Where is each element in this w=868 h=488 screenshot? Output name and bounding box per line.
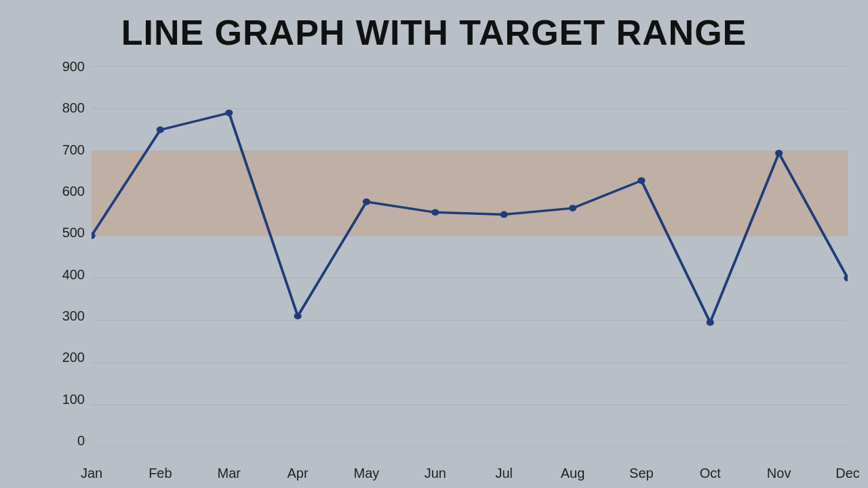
svg-point-17 <box>500 211 508 218</box>
x-axis-label: Dec <box>821 466 868 481</box>
svg-rect-10 <box>92 151 848 236</box>
y-axis-label: 900 <box>62 60 85 73</box>
svg-point-15 <box>363 199 370 205</box>
svg-point-21 <box>775 150 783 157</box>
y-axis-label: 200 <box>62 350 85 364</box>
y-axis-label: 700 <box>62 143 85 157</box>
chart-title: LINE GRAPH WITH TARGET RANGE <box>0 0 868 60</box>
x-axis-label: Aug <box>546 466 600 481</box>
x-axis-label: Nov <box>752 466 806 481</box>
x-axis-label: Mar <box>202 466 256 481</box>
x-axis-label: Jan <box>64 466 119 481</box>
chart-svg <box>92 60 848 447</box>
y-axis-label: 800 <box>62 101 85 115</box>
chart-container: LINE GRAPH WITH TARGET RANGE 90080070060… <box>0 0 868 488</box>
y-axis-label: 600 <box>62 184 85 198</box>
svg-point-16 <box>431 209 439 216</box>
y-axis-label: 0 <box>77 434 85 447</box>
x-axis-label: May <box>339 466 393 481</box>
x-axis-label: Apr <box>271 466 325 481</box>
chart-area: 9008007006005004003002001000 JanFebMarAp… <box>0 60 868 488</box>
x-axis-label: Jun <box>408 466 462 481</box>
y-axis-label: 500 <box>62 226 85 239</box>
svg-point-22 <box>844 274 848 281</box>
svg-point-14 <box>294 312 302 319</box>
x-axis-label: Feb <box>133 466 187 481</box>
y-axis: 9008007006005004003002001000 <box>54 60 92 447</box>
x-axis-label: Sep <box>614 466 669 481</box>
x-axis-label: Oct <box>683 466 737 481</box>
y-axis-label: 300 <box>62 309 85 323</box>
plot-area: JanFebMarAprMayJunJulAugSepOctNovDec <box>92 60 848 447</box>
y-axis-label: 400 <box>62 268 85 281</box>
svg-point-20 <box>707 319 714 326</box>
svg-point-12 <box>157 127 164 134</box>
svg-point-18 <box>569 205 576 211</box>
svg-point-13 <box>225 110 233 117</box>
y-axis-label: 100 <box>62 392 85 406</box>
x-axis-label: Jul <box>477 466 531 481</box>
svg-point-19 <box>637 178 645 184</box>
